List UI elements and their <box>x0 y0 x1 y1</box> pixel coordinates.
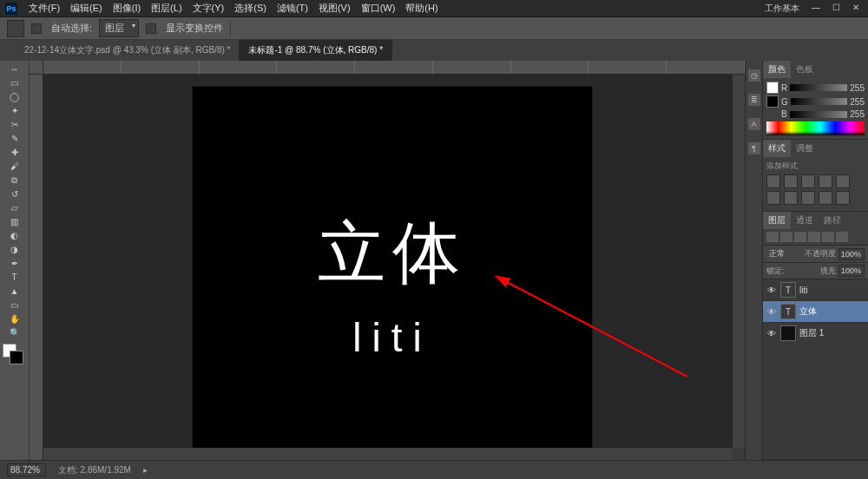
layer-name[interactable]: liti <box>799 285 807 295</box>
menu-layer[interactable]: 图层(L) <box>147 0 186 16</box>
visibility-toggle-icon[interactable]: 👁 <box>766 285 777 295</box>
spectrum-picker[interactable] <box>766 121 865 135</box>
layer-name[interactable]: 图层 1 <box>799 327 824 339</box>
tab-swatches[interactable]: 色板 <box>791 61 819 78</box>
character-panel-icon[interactable]: A <box>748 118 760 130</box>
window-controls: 工作基本 — ☐ ✕ <box>761 1 863 16</box>
magic-wand-tool-icon[interactable]: ✦ <box>1 104 28 117</box>
b-slider[interactable] <box>790 111 848 118</box>
tab-adjustments[interactable]: 调整 <box>791 140 819 157</box>
bg-swatch-icon[interactable] <box>766 95 779 108</box>
opacity-input[interactable] <box>838 248 865 260</box>
history-panel-icon[interactable]: ◷ <box>748 69 760 82</box>
pen-tool-icon[interactable]: ✒ <box>1 257 28 270</box>
brush-tool-icon[interactable]: 🖌 <box>1 160 28 173</box>
style-preset-icon[interactable] <box>766 191 780 205</box>
menu-image[interactable]: 图像(I) <box>108 0 145 16</box>
tab-color[interactable]: 颜色 <box>763 61 791 78</box>
style-preset-icon[interactable] <box>801 191 815 205</box>
tab-channels[interactable]: 通道 <box>791 212 819 229</box>
auto-select-target-dropdown[interactable]: 图层 <box>99 19 139 37</box>
blend-mode-dropdown[interactable]: 正常 <box>766 247 802 260</box>
app-icon: Ps <box>5 3 17 15</box>
filter-kind-icon[interactable] <box>766 232 779 242</box>
document-tab-2[interactable]: 未标题-1 @ 88.7% (立体, RGB/8) * <box>240 40 392 61</box>
dodge-tool-icon[interactable]: ◑ <box>1 243 28 256</box>
menu-view[interactable]: 视图(V) <box>314 0 355 16</box>
zoom-tool-icon[interactable]: 🔍 <box>1 326 28 339</box>
shape-tool-icon[interactable]: ▭ <box>1 299 28 312</box>
layer-item-bg[interactable]: 👁 图层 1 <box>763 323 868 344</box>
fg-swatch-icon[interactable] <box>766 82 779 94</box>
tab-styles[interactable]: 样式 <box>763 140 791 157</box>
menu-filter[interactable]: 滤镜(T) <box>273 0 312 16</box>
filter-type-icon[interactable] <box>808 232 820 242</box>
style-preset-icon[interactable] <box>819 191 832 205</box>
filter-pixel-icon[interactable] <box>780 232 792 242</box>
path-select-tool-icon[interactable]: ▲ <box>1 285 28 298</box>
type-tool-icon[interactable]: T <box>1 271 28 284</box>
g-value[interactable]: 255 <box>850 97 865 107</box>
fill-input[interactable] <box>838 265 865 277</box>
visibility-toggle-icon[interactable]: 👁 <box>766 329 777 338</box>
document-tab-1[interactable]: 22-12-14立体文字.psd @ 43.3% (立体 副本, RGB/8) … <box>16 40 240 61</box>
auto-select-checkbox[interactable] <box>31 23 42 34</box>
background-color-icon[interactable] <box>10 351 23 364</box>
filter-adjust-icon[interactable] <box>794 232 806 242</box>
gradient-tool-icon[interactable]: ▥ <box>1 215 28 228</box>
visibility-toggle-icon[interactable]: 👁 <box>766 307 777 317</box>
r-slider[interactable] <box>790 84 847 91</box>
style-preset-icon[interactable] <box>819 174 832 188</box>
menu-help[interactable]: 帮助(H) <box>401 0 442 16</box>
layer-item-main[interactable]: 👁 T 立体 <box>763 301 868 323</box>
styles-panel: 样式 调整 添加样式 <box>763 140 868 212</box>
paragraph-panel-icon[interactable]: ¶ <box>748 142 760 154</box>
scrollbar-horizontal[interactable] <box>43 448 733 460</box>
scrollbar-vertical[interactable] <box>733 75 745 448</box>
g-slider[interactable] <box>791 98 848 105</box>
style-preset-icon[interactable] <box>836 191 850 205</box>
r-value[interactable]: 255 <box>850 83 865 93</box>
close-icon[interactable]: ✕ <box>849 1 863 16</box>
move-tool-icon[interactable]: ↔ <box>1 62 28 75</box>
layer-name[interactable]: 立体 <box>799 305 817 318</box>
canvas-area[interactable]: 立体 liti <box>30 61 745 460</box>
style-preset-icon[interactable] <box>836 174 850 188</box>
hand-tool-icon[interactable]: ✋ <box>1 312 28 325</box>
style-preset-icon[interactable] <box>801 174 815 188</box>
tab-paths[interactable]: 路径 <box>819 212 846 229</box>
status-chevron-icon[interactable]: ▸ <box>143 465 148 475</box>
blur-tool-icon[interactable]: ◐ <box>1 229 28 242</box>
marquee-tool-icon[interactable]: ▭ <box>1 76 28 89</box>
layer-item-liti[interactable]: 👁 T liti <box>763 279 868 301</box>
menu-text[interactable]: 文字(Y) <box>188 0 229 16</box>
style-preset-icon[interactable] <box>784 174 798 188</box>
properties-panel-icon[interactable]: ≣ <box>748 94 760 106</box>
tab-layers[interactable]: 图层 <box>763 212 791 229</box>
zoom-input[interactable] <box>7 463 46 476</box>
menu-window[interactable]: 窗口(W) <box>357 0 400 16</box>
crop-tool-icon[interactable]: ✂ <box>1 118 28 131</box>
b-value[interactable]: 255 <box>850 109 865 119</box>
color-swatches[interactable] <box>1 344 28 368</box>
workspace-label[interactable]: 工作基本 <box>761 1 803 16</box>
stamp-tool-icon[interactable]: ⧉ <box>1 174 28 187</box>
style-preset-icon[interactable] <box>766 174 780 188</box>
filter-shape-icon[interactable] <box>822 232 834 242</box>
maximize-icon[interactable]: ☐ <box>829 1 844 16</box>
document-canvas[interactable]: 立体 liti <box>193 87 592 460</box>
eraser-tool-icon[interactable]: ▱ <box>1 201 28 214</box>
menu-select[interactable]: 选择(S) <box>230 0 271 16</box>
menu-file[interactable]: 文件(F) <box>24 0 64 16</box>
lasso-tool-icon[interactable]: ◯ <box>1 90 28 103</box>
healing-tool-icon[interactable]: ✚ <box>1 146 28 159</box>
filter-smart-icon[interactable] <box>836 232 848 242</box>
minimize-icon[interactable]: — <box>808 1 824 16</box>
history-brush-tool-icon[interactable]: ↺ <box>1 187 28 200</box>
eyedropper-tool-icon[interactable]: ✎ <box>1 132 28 145</box>
active-tool-icon[interactable] <box>7 20 24 37</box>
menu-edit[interactable]: 编辑(E) <box>66 0 107 16</box>
style-preset-icon[interactable] <box>784 191 798 205</box>
show-transform-checkbox[interactable] <box>146 23 156 34</box>
options-bar: 自动选择: 图层 显示变换控件 <box>0 17 868 40</box>
